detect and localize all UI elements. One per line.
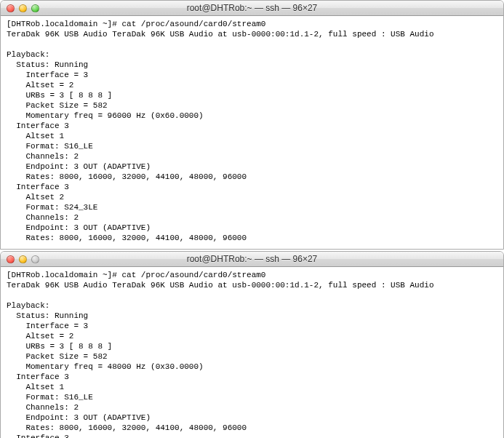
field-line: Altset = 2	[7, 332, 73, 341]
interface-line: Endpoint: 3 OUT (ADAPTIVE)	[7, 162, 151, 171]
field-line: URBs = 3 [ 8 8 8 ]	[7, 342, 112, 351]
minimize-icon[interactable]	[19, 4, 27, 12]
field-line: Interface = 3	[7, 71, 88, 79]
prompt-line: [DHTRob.localdomain ~]# cat /proc/asound…	[7, 20, 265, 28]
interface-line: Format: S16_LE	[7, 142, 93, 151]
interface-line: Format: S24_3LE	[7, 203, 97, 212]
field-line: Packet Size = 582	[7, 352, 108, 361]
close-icon[interactable]	[7, 255, 15, 263]
interface-line: Channels: 2	[7, 213, 79, 222]
interface-line: Rates: 8000, 16000, 32000, 44100, 48000,…	[7, 234, 247, 242]
terminal-content[interactable]: [DHTRob.localdomain ~]# cat /proc/asound…	[1, 16, 503, 249]
interface-header: Interface 3	[7, 434, 69, 438]
interface-header: Interface 3	[7, 122, 69, 130]
close-icon[interactable]	[7, 4, 15, 12]
interface-line: Channels: 2	[7, 152, 79, 161]
titlebar[interactable]: root@DHTRob:~ — ssh — 96×27	[1, 1, 503, 16]
titlebar[interactable]: root@DHTRob:~ — ssh — 96×27	[1, 252, 503, 267]
device-line: TeraDak 96K USB Audio TeraDak 96K USB Au…	[7, 281, 434, 290]
interface-header: Interface 3	[7, 183, 69, 191]
interface-line: Altset 1	[7, 132, 64, 140]
interface-line: Altset 2	[7, 193, 64, 202]
interface-line: Rates: 8000, 16000, 32000, 44100, 48000,…	[7, 172, 247, 181]
traffic-lights	[1, 4, 39, 12]
field-line: Interface = 3	[7, 322, 88, 330]
field-line: Altset = 2	[7, 81, 73, 89]
interface-line: Channels: 2	[7, 403, 79, 412]
terminal-window: root@DHTRob:~ — ssh — 96×27 [DHTRob.loca…	[0, 251, 504, 438]
playback-header: Playback:	[7, 50, 49, 59]
traffic-lights	[1, 255, 39, 263]
window-title: root@DHTRob:~ — ssh — 96×27	[1, 3, 503, 13]
interface-line: Altset 1	[7, 383, 64, 391]
interface-header: Interface 3	[7, 373, 69, 381]
status-line: Status: Running	[7, 311, 88, 320]
terminal-window: root@DHTRob:~ — ssh — 96×27 [DHTRob.loca…	[0, 0, 504, 250]
minimize-icon[interactable]	[19, 255, 27, 263]
field-line: Packet Size = 582	[7, 101, 108, 110]
interface-line: Format: S16_LE	[7, 393, 93, 402]
window-title: root@DHTRob:~ — ssh — 96×27	[1, 254, 503, 264]
terminal-content[interactable]: [DHTRob.localdomain ~]# cat /proc/asound…	[1, 267, 503, 438]
playback-header: Playback:	[7, 301, 49, 310]
interface-line: Endpoint: 3 OUT (ADAPTIVE)	[7, 413, 151, 422]
status-line: Status: Running	[7, 60, 88, 69]
zoom-icon[interactable]	[31, 255, 39, 263]
field-line: Momentary freq = 96000 Hz (0x60.0000)	[7, 111, 204, 120]
field-line: Momentary freq = 48000 Hz (0x30.0000)	[7, 362, 204, 371]
prompt-line: [DHTRob.localdomain ~]# cat /proc/asound…	[7, 271, 265, 279]
zoom-icon[interactable]	[31, 4, 39, 12]
interface-line: Rates: 8000, 16000, 32000, 44100, 48000,…	[7, 423, 247, 432]
field-line: URBs = 3 [ 8 8 8 ]	[7, 91, 112, 100]
device-line: TeraDak 96K USB Audio TeraDak 96K USB Au…	[7, 30, 434, 39]
interface-line: Endpoint: 3 OUT (ADAPTIVE)	[7, 223, 151, 232]
